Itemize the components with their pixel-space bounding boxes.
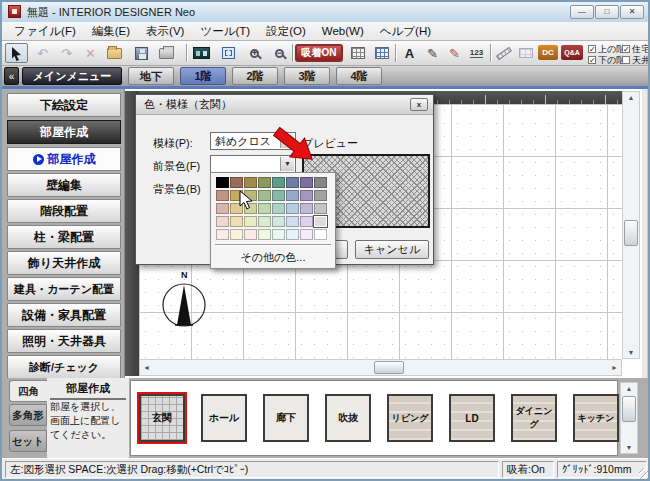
text-tool-button[interactable]: A bbox=[398, 43, 421, 63]
tab-main-menu[interactable]: メインメニュー bbox=[22, 67, 122, 85]
zoom-in-button[interactable]: + bbox=[243, 43, 266, 63]
vertical-scrollbar[interactable]: ▲ ▼ bbox=[622, 91, 640, 359]
color-swatch[interactable] bbox=[300, 177, 313, 188]
menu-item[interactable]: ヘルプ(H) bbox=[372, 22, 439, 41]
color-swatch[interactable] bbox=[272, 216, 285, 227]
vertical-scroll-thumb[interactable] bbox=[624, 220, 638, 246]
color-swatch[interactable] bbox=[286, 177, 299, 188]
tab-set[interactable]: セット bbox=[9, 430, 47, 452]
tab-rectangle[interactable]: 四角 bbox=[9, 380, 47, 402]
color-swatch[interactable] bbox=[216, 203, 229, 214]
maximize-button[interactable]: □ bbox=[595, 5, 619, 19]
color-swatch[interactable] bbox=[314, 203, 327, 214]
edit-pencil-button[interactable]: ✎ bbox=[421, 43, 444, 63]
color-swatch[interactable] bbox=[258, 203, 271, 214]
table-button[interactable] bbox=[514, 43, 537, 63]
redo-button[interactable]: ↷ bbox=[55, 43, 78, 63]
scroll-down-icon[interactable]: ▼ bbox=[623, 349, 639, 356]
room-button-fukinuke[interactable]: 吹抜 bbox=[325, 394, 371, 442]
color-swatch[interactable] bbox=[300, 229, 313, 240]
red-pencil-button[interactable]: ✎ bbox=[443, 43, 466, 63]
color-swatch[interactable] bbox=[272, 190, 285, 201]
sidebar-item-fittings[interactable]: 建具・カーテン配置 bbox=[7, 277, 121, 301]
checkbox-ceiling[interactable]: 天井 bbox=[622, 55, 650, 65]
color-swatch[interactable] bbox=[286, 203, 299, 214]
room-button-dining[interactable]: ダイニング bbox=[511, 394, 557, 442]
color-swatch[interactable] bbox=[300, 216, 313, 227]
color-swatch[interactable] bbox=[216, 177, 229, 188]
checkbox-upper-floor[interactable]: ✓上の階 bbox=[588, 44, 625, 54]
walkthrough-button[interactable] bbox=[190, 43, 213, 63]
color-swatch[interactable] bbox=[314, 229, 327, 240]
color-swatch[interactable] bbox=[286, 216, 299, 227]
horizontal-scroll-thumb[interactable] bbox=[374, 361, 404, 374]
grid-display-button[interactable] bbox=[346, 43, 369, 63]
dialog-title-bar[interactable]: 色・模様（玄関） bbox=[136, 95, 433, 115]
resize-grip[interactable] bbox=[639, 468, 650, 480]
color-swatch[interactable] bbox=[272, 203, 285, 214]
grid-snap-button[interactable] bbox=[370, 43, 393, 63]
select-tool-button[interactable] bbox=[5, 43, 28, 63]
menu-item[interactable]: ツール(T) bbox=[192, 22, 258, 41]
undo-button[interactable]: ↶ bbox=[31, 43, 54, 63]
color-swatch[interactable] bbox=[314, 177, 327, 188]
color-swatch[interactable] bbox=[216, 216, 229, 227]
sidebar-item-pillars[interactable]: 柱・梁配置 bbox=[7, 225, 121, 249]
close-button[interactable]: ✕ bbox=[620, 5, 644, 19]
color-swatch[interactable] bbox=[230, 229, 243, 240]
color-swatch[interactable] bbox=[216, 229, 229, 240]
scroll-right-icon[interactable]: ► bbox=[611, 364, 618, 371]
room-button-rouka[interactable]: 廊下 bbox=[263, 394, 309, 442]
color-swatch[interactable] bbox=[258, 229, 271, 240]
room-button-genkan[interactable]: 玄関 bbox=[139, 394, 185, 442]
tab-polygon[interactable]: 多角形 bbox=[9, 404, 47, 426]
color-swatch[interactable] bbox=[258, 216, 271, 227]
other-colors-button[interactable]: その他の色... bbox=[211, 250, 335, 265]
fit-view-button[interactable] bbox=[217, 43, 240, 63]
color-swatch[interactable] bbox=[272, 177, 285, 188]
scroll-left-icon[interactable]: ◄ bbox=[143, 364, 150, 371]
tab-floor-4[interactable]: 4階 bbox=[336, 67, 382, 85]
color-swatch[interactable] bbox=[272, 229, 285, 240]
color-swatch[interactable] bbox=[230, 177, 243, 188]
dc-button[interactable]: DC bbox=[538, 45, 558, 60]
sidebar-item-lighting[interactable]: 照明・天井器具 bbox=[7, 329, 121, 353]
tab-floor-1[interactable]: 1階 bbox=[180, 67, 226, 85]
sidebar-section-room-creation[interactable]: 部屋作成 bbox=[7, 120, 121, 144]
cancel-button[interactable]: キャンセル bbox=[355, 240, 429, 259]
save-button[interactable] bbox=[130, 43, 153, 63]
sidebar-item-wall-edit[interactable]: 壁編集 bbox=[7, 173, 121, 197]
room-button-hall[interactable]: ホール bbox=[201, 394, 247, 442]
sidebar-item-stairs[interactable]: 階段配置 bbox=[7, 199, 121, 223]
collapse-sidebar-button[interactable]: « bbox=[4, 67, 19, 85]
tab-floor-3[interactable]: 3階 bbox=[284, 67, 330, 85]
room-button-living[interactable]: リビング bbox=[387, 394, 433, 442]
sidebar-item-furniture[interactable]: 設備・家具配置 bbox=[7, 303, 121, 327]
color-swatch[interactable] bbox=[258, 177, 271, 188]
color-swatch[interactable] bbox=[300, 203, 313, 214]
checkbox-lower-floor[interactable]: ✓下の階 bbox=[588, 55, 625, 65]
scroll-up-icon[interactable]: ▲ bbox=[623, 94, 639, 101]
color-swatch[interactable] bbox=[314, 216, 327, 227]
color-swatch[interactable] bbox=[244, 216, 257, 227]
sidebar-item-room-creation-active[interactable]: 部屋作成 bbox=[7, 147, 121, 171]
print-button[interactable] bbox=[155, 43, 178, 63]
menu-item[interactable]: 編集(E) bbox=[84, 22, 138, 41]
color-swatch[interactable] bbox=[314, 190, 327, 201]
room-list-scrollbar[interactable]: ▲ ▼ bbox=[620, 382, 638, 454]
room-button-ld[interactable]: LD bbox=[449, 394, 495, 442]
sidebar-item-underlay[interactable]: 下絵設定 bbox=[7, 93, 121, 117]
qa-button[interactable]: Q&A bbox=[561, 45, 583, 60]
menu-item[interactable]: 設定(O) bbox=[258, 22, 314, 41]
color-swatch[interactable] bbox=[300, 190, 313, 201]
minimize-button[interactable]: — bbox=[570, 5, 594, 19]
horizontal-scrollbar[interactable]: ◄ ► bbox=[139, 359, 622, 376]
sidebar-item-diagnosis[interactable]: 診断/チェック bbox=[7, 355, 121, 379]
snap-on-button[interactable]: 吸着ON bbox=[295, 44, 343, 62]
room-scroll-thumb[interactable] bbox=[622, 396, 636, 422]
color-swatch[interactable] bbox=[286, 190, 299, 201]
measure-tool-button[interactable] bbox=[492, 43, 515, 63]
menu-item[interactable]: 表示(V) bbox=[138, 22, 192, 41]
room-button-kitchen[interactable]: キッチン bbox=[573, 394, 619, 442]
color-swatch[interactable] bbox=[244, 177, 257, 188]
